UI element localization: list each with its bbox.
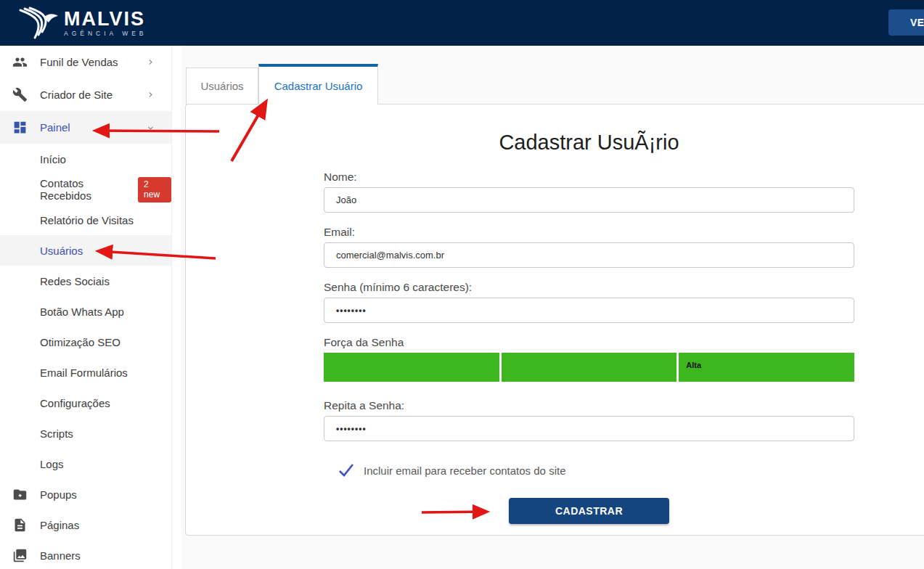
strength-segment-3: Alta: [679, 353, 854, 382]
sidebar-scrollbar[interactable]: [171, 46, 181, 569]
sidebar-item-contatos-recebidos[interactable]: Contatos Recebidos 2 new: [0, 174, 171, 205]
people-icon: [12, 54, 28, 70]
sidebar-item-label: Otimização SEO: [40, 336, 120, 348]
sidebar-item-label: Redes Sociais: [40, 275, 110, 287]
bird-logo-icon: [15, 4, 60, 41]
sidebar-item-label: Contatos Recebidos: [40, 177, 131, 202]
repita-senha-input[interactable]: [324, 416, 854, 441]
sidebar-item-label: Funil de Vendas: [40, 56, 118, 68]
brand-subtitle: AGÊNCIA WEB: [64, 30, 147, 37]
sidebar-item-label: Scripts: [40, 427, 73, 440]
cadastrar-usuario-panel: Cadastrar UsuÃ¡rio Nome: Email: Senha (m…: [185, 104, 924, 536]
sidebar-item-relatorio-de-visitas[interactable]: Relatório de Visitas: [0, 205, 171, 235]
sidebar-item-label: Email Formulários: [40, 367, 128, 379]
sidebar-item-scripts[interactable]: Scripts: [0, 418, 171, 449]
checkmark-icon[interactable]: [338, 462, 355, 479]
sidebar-item-label: Logs: [40, 458, 64, 470]
tab-cadastrar-usuario[interactable]: Cadastrar Usuário: [258, 64, 378, 105]
sidebar-item-configuracoes[interactable]: Configurações: [0, 388, 171, 418]
new-contacts-badge: 2 new: [138, 177, 171, 202]
document-icon: [12, 517, 28, 533]
senha-label: Senha (mínimo 6 caracteres):: [324, 281, 854, 294]
sidebar-item-usuarios[interactable]: Usuários: [0, 235, 171, 266]
sidebar-item-botao-whats-app[interactable]: Botão Whats App: [0, 296, 171, 327]
sidebar-item-label: Popups: [40, 488, 77, 501]
sidebar-item-label: Relatório de Visitas: [40, 214, 134, 226]
sidebar-item-paginas[interactable]: Páginas: [0, 509, 171, 540]
nome-input[interactable]: [324, 187, 854, 213]
repita-senha-label: Repita a Senha:: [324, 399, 854, 412]
brand-logo: MALVIS AGÊNCIA WEB: [15, 4, 147, 41]
chevron-right-icon: [145, 90, 155, 100]
nome-label: Nome:: [324, 171, 854, 184]
forca-da-senha-label: Força da Senha: [324, 336, 854, 349]
include-email-label: Incluir email para receber contatos do s…: [364, 464, 565, 477]
photo-library-icon: [12, 547, 28, 563]
sidebar-item-label: Botão Whats App: [40, 306, 124, 318]
dashboard-icon: [12, 120, 28, 136]
sidebar-item-criador-de-site[interactable]: Criador de Site: [0, 78, 171, 111]
email-label: Email:: [324, 226, 854, 239]
sidebar-item-label: Criador de Site: [40, 89, 113, 101]
sidebar-item-painel[interactable]: Painel: [0, 111, 171, 144]
sidebar-item-popups[interactable]: Popups: [0, 479, 171, 509]
folder-star-icon: [12, 486, 28, 502]
sidebar-item-label: Banners: [40, 549, 81, 562]
sidebar-item-label: Configurações: [40, 397, 110, 409]
cadastrar-button[interactable]: CADASTRAR: [509, 498, 669, 524]
sidebar-item-redes-sociais[interactable]: Redes Sociais: [0, 266, 171, 296]
sidebar-item-inicio[interactable]: Início: [0, 144, 171, 174]
chevron-right-icon: [145, 57, 155, 67]
main-content: Usuários Cadastrar Usuário Cadastrar Usu…: [181, 46, 924, 569]
sidebar-item-label: Usuários: [40, 245, 83, 257]
top-bar: MALVIS AGÊNCIA WEB VE: [0, 0, 924, 46]
sidebar-item-otimizacao-seo[interactable]: Otimização SEO: [0, 327, 171, 357]
sidebar: Funil de Vendas Criador de Site Painel I…: [0, 46, 181, 569]
cadastrar-form: Cadastrar UsuÃ¡rio Nome: Email: Senha (m…: [324, 131, 854, 524]
strength-segment-2: [502, 353, 677, 382]
page-title: Cadastrar UsuÃ¡rio: [324, 131, 854, 155]
sidebar-item-banners[interactable]: Banners: [0, 540, 171, 569]
wrench-icon: [12, 87, 28, 103]
tab-usuarios[interactable]: Usuários: [186, 67, 258, 105]
include-email-checkbox-row[interactable]: Incluir email para receber contatos do s…: [338, 462, 854, 479]
ver-site-button[interactable]: VE: [888, 9, 924, 36]
password-strength-bar: Alta: [324, 353, 854, 382]
email-input[interactable]: [324, 242, 854, 268]
senha-input[interactable]: [324, 298, 854, 323]
sidebar-item-email-formularios[interactable]: Email Formulários: [0, 357, 171, 388]
strength-level-text: Alta: [686, 361, 701, 369]
sidebar-item-logs[interactable]: Logs: [0, 449, 171, 479]
strength-segment-1: [324, 353, 499, 382]
sidebar-item-label: Painel: [40, 121, 70, 134]
sidebar-item-label: Páginas: [40, 519, 79, 531]
sidebar-item-label: Início: [40, 153, 66, 165]
sidebar-item-funil-de-vendas[interactable]: Funil de Vendas: [0, 46, 171, 78]
brand-name: MALVIS: [64, 9, 147, 29]
chevron-down-icon: [145, 123, 155, 133]
